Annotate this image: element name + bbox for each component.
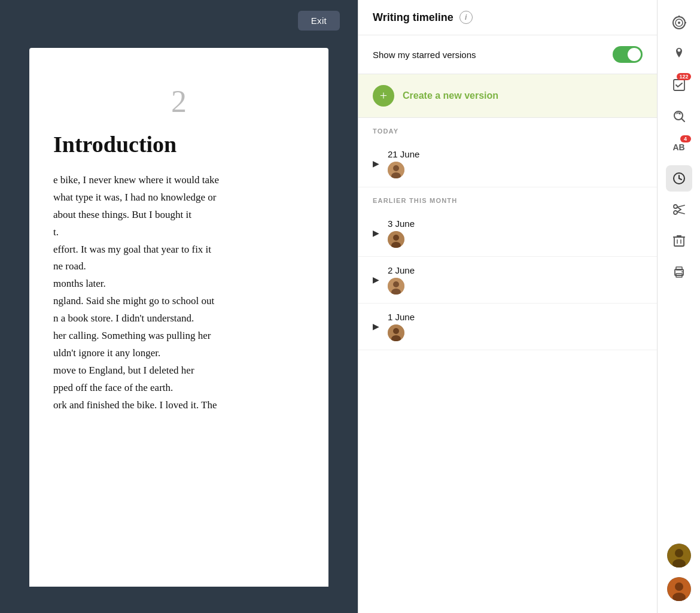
timeline-header: Writing timeline i xyxy=(358,0,657,35)
document-title: Introduction xyxy=(53,131,305,157)
svg-point-14 xyxy=(678,22,680,24)
page-number: 2 xyxy=(53,84,305,119)
starred-toggle[interactable] xyxy=(613,46,643,63)
section-header-earlier: EARLIER THIS MONTH xyxy=(358,187,657,210)
pin-icon[interactable] xyxy=(666,41,692,67)
version-date: 21 June xyxy=(388,149,419,159)
starred-label: Show my starred versions xyxy=(373,50,476,60)
print-icon[interactable] xyxy=(666,259,692,285)
user-avatar-1[interactable] xyxy=(667,544,691,568)
version-info: 21 June xyxy=(388,149,419,178)
exit-button[interactable]: Exit xyxy=(298,11,340,31)
spellcheck-label: AB xyxy=(672,142,684,152)
starred-versions-row: Show my starred versions xyxy=(358,35,657,74)
svg-line-28 xyxy=(677,210,681,212)
svg-rect-35 xyxy=(676,267,682,270)
svg-point-38 xyxy=(675,549,683,557)
svg-point-10 xyxy=(393,328,399,334)
version-entry-2-june[interactable]: ▶ 2 June xyxy=(358,257,657,304)
play-icon: ▶ xyxy=(373,228,379,238)
checklist-icon[interactable]: 122 xyxy=(666,72,692,98)
document-body: e bike, I never knew where it would take… xyxy=(53,172,305,414)
svg-point-1 xyxy=(393,165,399,171)
avatar-1-june xyxy=(388,324,404,341)
right-sidebar: 122 4 AB xyxy=(657,0,700,613)
svg-line-27 xyxy=(677,207,681,210)
spellcheck-icon[interactable]: 4 AB xyxy=(666,134,692,160)
trash-icon[interactable] xyxy=(666,227,692,254)
create-version-label: Create a new version xyxy=(403,90,498,101)
svg-point-23 xyxy=(674,205,677,208)
timeline-panel: Writing timeline i Show my starred versi… xyxy=(358,0,657,613)
avatar-21-june xyxy=(388,162,404,178)
svg-line-19 xyxy=(681,119,684,122)
version-date: 3 June xyxy=(388,219,415,229)
create-version-plus-icon: + xyxy=(373,85,394,107)
svg-line-26 xyxy=(677,212,684,214)
scissors-icon[interactable] xyxy=(666,196,692,223)
svg-rect-29 xyxy=(674,237,684,246)
checklist-badge: 122 xyxy=(677,73,690,80)
document-page: 2 Introduction e bike, I never knew wher… xyxy=(29,48,328,587)
create-version-row[interactable]: + Create a new version xyxy=(358,74,657,118)
svg-point-24 xyxy=(674,211,677,214)
svg-line-22 xyxy=(679,178,681,180)
version-entry-21-june[interactable]: ▶ 21 June xyxy=(358,141,657,187)
version-info: 2 June xyxy=(388,265,415,295)
svg-point-36 xyxy=(681,271,683,272)
search-refresh-icon[interactable] xyxy=(666,103,692,129)
svg-point-41 xyxy=(675,582,683,591)
target-icon[interactable] xyxy=(666,10,692,36)
avatar-2-june xyxy=(388,278,404,295)
clock-icon[interactable] xyxy=(666,165,692,192)
version-date: 2 June xyxy=(388,265,415,275)
play-icon: ▶ xyxy=(373,321,379,332)
version-info: 1 June xyxy=(388,312,415,341)
version-entry-1-june[interactable]: ▶ 1 June xyxy=(358,304,657,350)
svg-point-4 xyxy=(393,235,399,241)
document-area: Exit 2 Introduction e bike, I never knew… xyxy=(0,0,358,613)
svg-line-25 xyxy=(677,205,684,207)
timeline-title: Writing timeline xyxy=(373,11,454,24)
avatar-3-june xyxy=(388,231,404,248)
play-icon: ▶ xyxy=(373,159,379,169)
user-avatar-2[interactable] xyxy=(667,577,691,601)
play-icon: ▶ xyxy=(373,275,379,285)
section-header-today: TODAY xyxy=(358,118,657,141)
version-info: 3 June xyxy=(388,219,415,248)
svg-point-7 xyxy=(393,281,399,287)
info-icon[interactable]: i xyxy=(459,11,473,24)
version-entry-3-june[interactable]: ▶ 3 June xyxy=(358,210,657,257)
spellcheck-badge: 4 xyxy=(680,135,691,142)
version-date: 1 June xyxy=(388,312,415,322)
